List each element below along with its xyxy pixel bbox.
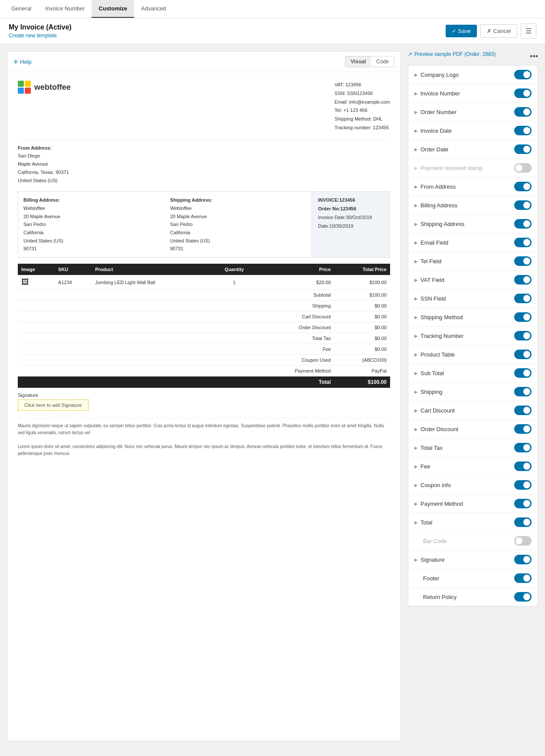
expand-arrow-invoice-date[interactable]: ▶ [414, 128, 418, 133]
expand-arrow-cart-discount[interactable]: ▶ [414, 408, 418, 413]
toggle-slider-total[interactable] [514, 517, 532, 527]
toggle-switch-return-policy[interactable] [514, 592, 532, 602]
toggle-slider-email-field[interactable] [514, 238, 532, 247]
expand-arrow-coupon-info[interactable]: ▶ [414, 483, 418, 488]
toggle-slider-tracking-number[interactable] [514, 331, 532, 340]
toggle-slider-billing-address[interactable] [514, 200, 532, 210]
toggle-switch-shipping-method[interactable] [514, 312, 532, 322]
expand-arrow-email-field[interactable]: ▶ [414, 240, 418, 245]
toggle-switch-product-table[interactable] [514, 350, 532, 359]
toggle-switch-ssn-field[interactable] [514, 294, 532, 303]
toggle-switch-footer[interactable] [514, 573, 532, 583]
toggle-slider-return-policy[interactable] [514, 592, 532, 602]
toggle-slider-fee[interactable] [514, 461, 532, 471]
toggle-switch-cart-discount[interactable] [514, 406, 532, 415]
visual-button[interactable]: Visual [345, 56, 371, 67]
toggle-slider-coupon-info[interactable] [514, 480, 532, 490]
expand-arrow-order-date[interactable]: ▶ [414, 147, 418, 152]
save-button[interactable]: ✓ Save [446, 25, 477, 37]
expand-arrow-order-discount[interactable]: ▶ [414, 427, 418, 432]
toggle-slider-order-number[interactable] [514, 107, 532, 117]
toggle-item-return-policy: Return Policy [408, 588, 538, 606]
toggle-slider-shipping-method[interactable] [514, 312, 532, 322]
toggle-label-order-number: Order Number [420, 109, 456, 115]
toggle-switch-fee[interactable] [514, 461, 532, 471]
expand-arrow-billing-address[interactable]: ▶ [414, 203, 418, 208]
expand-arrow-sub-total[interactable]: ▶ [414, 371, 418, 376]
toggle-slider-payment-received-stamp[interactable] [514, 163, 532, 173]
create-template-link[interactable]: Create new template [9, 33, 72, 39]
toggle-switch-signature[interactable] [514, 555, 532, 564]
toggle-switch-email-field[interactable] [514, 238, 532, 247]
toggle-slider-vat-field[interactable] [514, 275, 532, 285]
cell-sku: A1234 [55, 275, 92, 290]
expand-arrow-ssn-field[interactable]: ▶ [414, 296, 418, 301]
toggle-slider-product-table[interactable] [514, 350, 532, 359]
toggle-switch-vat-field[interactable] [514, 275, 532, 285]
expand-arrow-shipping-method[interactable]: ▶ [414, 315, 418, 320]
toggle-slider-order-discount[interactable] [514, 424, 532, 434]
menu-button[interactable]: ☰ [521, 23, 536, 39]
expand-arrow-shipping-address[interactable]: ▶ [414, 222, 418, 226]
toggle-slider-tel-field[interactable] [514, 256, 532, 266]
toggle-switch-order-number[interactable] [514, 107, 532, 117]
toggle-switch-invoice-number[interactable] [514, 88, 532, 98]
expand-arrow-invoice-number[interactable]: ▶ [414, 91, 418, 96]
toggle-switch-sub-total[interactable] [514, 368, 532, 378]
toggle-switch-from-address[interactable] [514, 182, 532, 191]
toggle-slider-total-tax[interactable] [514, 443, 532, 452]
more-options-button[interactable]: ••• [530, 52, 538, 61]
expand-arrow-company-logo[interactable]: ▶ [414, 72, 418, 77]
preview-link[interactable]: ↗ Preview sample PDF (Order: 2883) [408, 51, 496, 57]
toggle-switch-shipping-address[interactable] [514, 219, 532, 229]
expand-arrow-product-table[interactable]: ▶ [414, 352, 418, 357]
toggle-switch-shipping[interactable] [514, 387, 532, 396]
toggle-slider-bar-code[interactable] [514, 536, 532, 546]
toggle-switch-order-discount[interactable] [514, 424, 532, 434]
toggle-switch-tel-field[interactable] [514, 256, 532, 266]
tab-invoice-number[interactable]: Invoice Number [38, 0, 92, 18]
toggle-switch-total[interactable] [514, 517, 532, 527]
cancel-button[interactable]: ✗ Cancel [480, 24, 517, 38]
toggle-slider-shipping[interactable] [514, 387, 532, 396]
toggle-switch-payment-method[interactable] [514, 499, 532, 508]
toggle-switch-invoice-date[interactable] [514, 126, 532, 135]
expand-arrow-shipping[interactable]: ▶ [414, 389, 418, 394]
toggle-switch-company-logo[interactable] [514, 70, 532, 79]
expand-arrow-from-address[interactable]: ▶ [414, 184, 418, 189]
toggle-switch-order-date[interactable] [514, 144, 532, 154]
toggle-switch-tracking-number[interactable] [514, 331, 532, 340]
code-button[interactable]: Code [371, 56, 394, 67]
toggle-slider-invoice-date[interactable] [514, 126, 532, 135]
toggle-slider-invoice-number[interactable] [514, 88, 532, 98]
toggle-switch-bar-code[interactable] [514, 536, 532, 546]
toggle-slider-from-address[interactable] [514, 182, 532, 191]
expand-arrow-total-tax[interactable]: ▶ [414, 445, 418, 450]
toggle-slider-footer[interactable] [514, 573, 532, 583]
toggle-switch-total-tax[interactable] [514, 443, 532, 452]
expand-arrow-tel-field[interactable]: ▶ [414, 259, 418, 264]
toggle-switch-billing-address[interactable] [514, 200, 532, 210]
expand-arrow-payment-method[interactable]: ▶ [414, 501, 418, 506]
toggle-switch-payment-received-stamp[interactable] [514, 163, 532, 173]
toggle-slider-shipping-address[interactable] [514, 219, 532, 229]
expand-arrow-fee[interactable]: ▶ [414, 464, 418, 469]
tab-general[interactable]: General [4, 0, 38, 18]
tab-customize[interactable]: Customize [92, 0, 134, 18]
tab-advanced[interactable]: Advanced [134, 0, 173, 18]
expand-arrow-tracking-number[interactable]: ▶ [414, 334, 418, 338]
toggle-slider-sub-total[interactable] [514, 368, 532, 378]
help-button[interactable]: ✛ Help [13, 59, 32, 65]
expand-arrow-order-number[interactable]: ▶ [414, 110, 418, 115]
toggle-slider-order-date[interactable] [514, 144, 532, 154]
toggle-slider-signature[interactable] [514, 555, 532, 564]
toggle-switch-coupon-info[interactable] [514, 480, 532, 490]
signature-button[interactable]: Click here to add Signature [18, 399, 89, 411]
expand-arrow-signature[interactable]: ▶ [414, 557, 418, 562]
toggle-slider-ssn-field[interactable] [514, 294, 532, 303]
expand-arrow-vat-field[interactable]: ▶ [414, 278, 418, 282]
toggle-slider-company-logo[interactable] [514, 70, 532, 79]
toggle-slider-cart-discount[interactable] [514, 406, 532, 415]
toggle-slider-payment-method[interactable] [514, 499, 532, 508]
expand-arrow-total[interactable]: ▶ [414, 520, 418, 525]
